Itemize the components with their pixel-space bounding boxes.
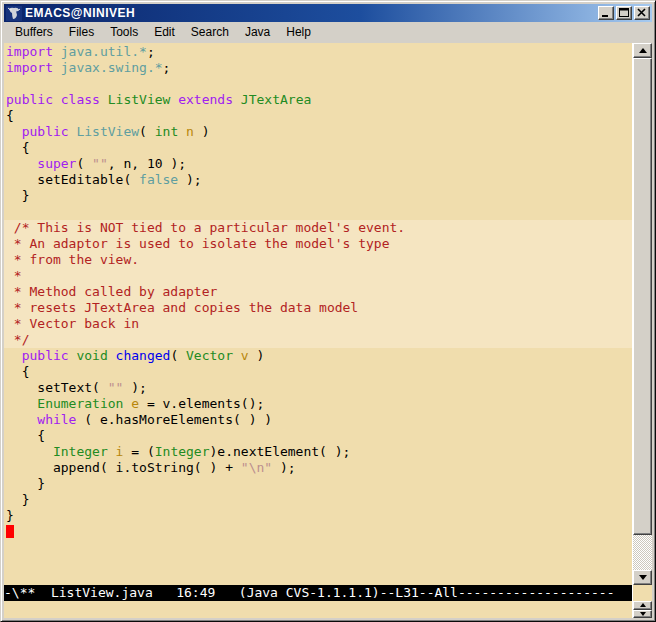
vertical-scrollbar[interactable] — [632, 43, 652, 585]
maximize-button[interactable] — [616, 6, 632, 20]
code-line: append( i.toString( ) + "\n" ); — [6, 460, 632, 476]
scrollbar-up-button[interactable] — [633, 43, 652, 58]
maximize-icon — [618, 8, 630, 18]
editor-row: import java.util.*;import javax.swing.*;… — [4, 43, 652, 585]
code-area[interactable]: import java.util.*;import javax.swing.*;… — [4, 43, 632, 585]
minibuffer-scroll-up-button[interactable] — [633, 601, 652, 610]
code-line: import java.util.*; — [6, 44, 632, 60]
code-line: public class ListView extends JTextArea — [6, 92, 632, 108]
code-line: setEditable( false ); — [6, 172, 632, 188]
menu-item-buffers[interactable]: Buffers — [7, 23, 61, 42]
minimize-icon — [600, 8, 612, 18]
modeline-gap — [632, 585, 652, 601]
code-line: public void changed( Vector v ) — [6, 348, 632, 364]
code-line: * An adaptor is used to isolate the mode… — [4, 236, 632, 252]
scrollbar-thumb[interactable] — [633, 58, 652, 535]
code-line: public ListView( int n ) — [6, 124, 632, 140]
arrow-down-icon — [640, 612, 646, 616]
scrollbar-down-button[interactable] — [633, 570, 652, 585]
menu-item-help[interactable]: Help — [278, 23, 319, 42]
arrow-up-icon — [639, 48, 647, 53]
menu-item-edit[interactable]: Edit — [146, 23, 183, 42]
code-line: { — [6, 108, 632, 124]
code-line: { — [6, 140, 632, 156]
window-title: EMACS@NINIVEH — [25, 6, 596, 20]
mode-line: -\** ListView.java 16:49 (Java CVS-1.1.1… — [4, 585, 632, 601]
echo-area[interactable] — [4, 601, 632, 618]
menu-bar: BuffersFilesToolsEditSearchJavaHelp — [4, 22, 652, 43]
emacs-gnu-icon — [6, 6, 22, 21]
code-line: * Method called by adapter — [4, 284, 632, 300]
minibuffer-scroll-down-button[interactable] — [633, 610, 652, 619]
minibuffer-row — [4, 601, 652, 618]
code-line: super( "", n, 10 ); — [6, 156, 632, 172]
text-cursor — [6, 525, 14, 538]
code-line: * Vector back in — [4, 316, 632, 332]
code-line: * resets JTextArea and copies the data m… — [4, 300, 632, 316]
code-line: { — [6, 364, 632, 380]
minibuffer-scrollbar[interactable] — [632, 601, 652, 618]
code-line: * — [4, 268, 632, 284]
menu-item-java[interactable]: Java — [237, 23, 278, 42]
code-line: } — [6, 508, 632, 524]
emacs-window: EMACS@NINIVEH BuffersFilesToolsEditSearc… — [0, 0, 656, 622]
code-line: * from the view. — [4, 252, 632, 268]
code-line: } — [6, 492, 632, 508]
code-line — [6, 204, 632, 220]
close-icon — [636, 8, 648, 18]
code-line: /* This is NOT tied to a particular mode… — [4, 220, 632, 236]
code-line — [6, 524, 632, 540]
code-line: while ( e.hasMoreElements( ) ) — [6, 412, 632, 428]
code-line: } — [6, 188, 632, 204]
scrollbar-track[interactable] — [633, 535, 652, 570]
code-line: Integer i = (Integer)e.nextElement( ); — [6, 444, 632, 460]
code-line: } — [6, 476, 632, 492]
code-line: setText( "" ); — [6, 380, 632, 396]
menu-item-search[interactable]: Search — [183, 23, 237, 42]
close-button[interactable] — [634, 6, 650, 20]
arrow-down-icon — [639, 575, 647, 580]
code-line — [6, 76, 632, 92]
menu-item-files[interactable]: Files — [61, 23, 102, 42]
title-bar[interactable]: EMACS@NINIVEH — [4, 4, 652, 22]
code-line: { — [6, 428, 632, 444]
minimize-button[interactable] — [598, 6, 614, 20]
arrow-up-icon — [640, 603, 646, 607]
code-line: Enumeration e = v.elements(); — [6, 396, 632, 412]
code-line: */ — [4, 332, 632, 348]
code-line: import javax.swing.*; — [6, 60, 632, 76]
modeline-row: -\** ListView.java 16:49 (Java CVS-1.1.1… — [4, 585, 652, 601]
menu-item-tools[interactable]: Tools — [102, 23, 146, 42]
